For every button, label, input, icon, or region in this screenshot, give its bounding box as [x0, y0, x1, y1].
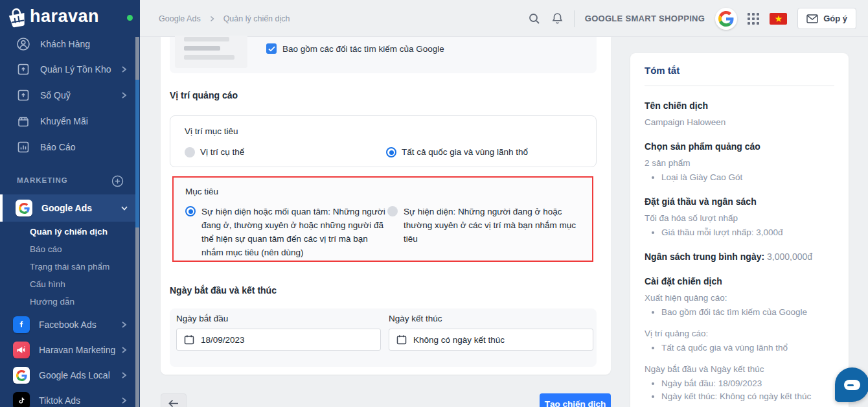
- logo-wordmark: haravan: [30, 6, 99, 27]
- arrow-left-icon: [168, 399, 179, 407]
- start-date-label: Ngày bắt đầu: [176, 314, 381, 323]
- calendar-icon: [184, 334, 194, 345]
- customer-icon: [16, 36, 31, 52]
- end-date-value: Không có ngày kết thúc: [413, 335, 505, 345]
- vietnam-flag-icon[interactable]: [770, 13, 787, 25]
- sidebar-item-so-quy[interactable]: Số Quỹ: [0, 82, 136, 108]
- date-section-title: Ngày bắt đầu và kết thúc: [170, 285, 277, 296]
- appearance-bullet: Bao gồm đối tác tìm kiếm của Google: [661, 307, 834, 317]
- sidebar-item-bao-cao[interactable]: Báo Cáo: [0, 134, 136, 160]
- breadcrumb-google-ads[interactable]: Google Ads: [159, 14, 201, 23]
- summary-location-bullet: Tất cả quốc gia và vùng lãnh thổ: [661, 343, 834, 353]
- chat-icon: [844, 380, 860, 390]
- notification-bell-icon[interactable]: [551, 12, 564, 25]
- daily-budget-label: Ngân sách trung bình ngày:: [645, 251, 764, 262]
- start-date-input[interactable]: 18/09/2023: [176, 329, 381, 351]
- bidding-value: Tối đa hóa số lượt nhấp: [645, 213, 834, 223]
- report-icon: [16, 139, 31, 155]
- topbar-actions: GOOGLE SMART SHOPPING Góp ý: [528, 0, 856, 37]
- end-date-input[interactable]: Không có ngày kết thúc: [389, 329, 593, 351]
- chevron-right-icon: [120, 65, 127, 73]
- presence-only-radio[interactable]: [387, 206, 398, 216]
- summary-start-date-bullet: Ngày bắt đầu: 18/09/2023: [661, 378, 834, 388]
- products-bullet: Loại là Giày Cao Gót: [661, 172, 834, 182]
- sidebar-item-google-ads[interactable]: Google Ads: [0, 194, 136, 222]
- back-button[interactable]: [161, 393, 187, 407]
- sidebar-item-facebook-ads[interactable]: Facebook Ads: [0, 312, 136, 338]
- search-icon[interactable]: [528, 12, 541, 25]
- sidebar-item-tiktok-ads[interactable]: Tiktok Ads: [0, 388, 136, 407]
- presence-only-label: Sự hiện diện: Những người đang ở hoặc th…: [404, 205, 584, 246]
- summary-title: Tóm tắt: [645, 65, 834, 76]
- include-google-partners-label: Bao gồm các đối tác tìm kiếm của Google: [282, 44, 444, 54]
- promotion-icon: [16, 113, 31, 129]
- apps-grid-icon[interactable]: [748, 13, 759, 25]
- envelope-icon: [806, 14, 818, 23]
- sidebar-sub-bao-cao[interactable]: Báo cáo: [30, 241, 62, 258]
- sidebar-sub-huong-dan[interactable]: Hướng dẫn: [30, 294, 74, 310]
- cashbox-icon: [16, 87, 31, 103]
- add-channel-icon[interactable]: [111, 175, 124, 187]
- google-ads-icon: [16, 200, 32, 216]
- goal-card-highlighted: Mục tiêu Sự hiện diện hoặc mối quan tâm:…: [172, 176, 593, 262]
- brand-label: GOOGLE SMART SHOPPING: [585, 14, 705, 23]
- appearance-label: Xuất hiện quảng cáo:: [645, 293, 834, 303]
- summary-end-date-bullet: Ngày kết thúc: Không có ngày kết thúc: [661, 391, 834, 401]
- chevron-right-icon: [120, 321, 127, 329]
- campaign-name-label: Tên chiến dịch: [645, 100, 834, 111]
- breadcrumb: Google Ads Quản lý chiến dịch: [159, 14, 290, 23]
- sidebar-scrollbar-thumb[interactable]: [135, 80, 139, 227]
- chat-widget-button[interactable]: [835, 367, 868, 402]
- summary-panel: Tóm tắt Tên chiến dịch Campaign Haloween…: [630, 53, 849, 407]
- chevron-right-icon: [120, 371, 127, 379]
- all-countries-label: Tất cả quốc gia và vùng lãnh thổ: [402, 147, 528, 157]
- marketing-section-header: MARKETING: [17, 176, 68, 184]
- bidding-label: Đặt giá thầu và ngân sách: [645, 196, 834, 207]
- specific-location-radio[interactable]: [185, 147, 195, 157]
- campaign-name-value: Campaign Haloween: [645, 117, 834, 127]
- summary-divider: [645, 86, 834, 86]
- sidebar-item-quan-ly-ton-kho[interactable]: Quản Lý Tồn Kho: [0, 56, 136, 82]
- online-status-dot: [127, 15, 133, 21]
- chevron-right-icon: [120, 346, 127, 354]
- chevron-right-icon: [120, 91, 127, 99]
- all-countries-radio[interactable]: [386, 147, 396, 157]
- sidebar-item-khach-hang[interactable]: Khách Hàng: [0, 31, 136, 57]
- google-account-icon[interactable]: [715, 8, 737, 30]
- goal-label: Mục tiêu: [185, 187, 218, 196]
- sidebar-item-haravan-marketing[interactable]: Haravan Marketing: [0, 337, 136, 363]
- products-value: 2 sản phẩm: [645, 158, 834, 168]
- feedback-button[interactable]: Góp ý: [797, 8, 856, 29]
- calendar-icon: [396, 334, 407, 345]
- haravan-bag-icon: [5, 5, 30, 31]
- sidebar-sub-quan-ly-chien-dich[interactable]: Quản lý chiến dịch: [30, 224, 108, 240]
- chevron-down-icon: [120, 205, 128, 211]
- bidding-bullet: Giá thầu mỗi lượt nhấp: 3,000đ: [661, 227, 834, 237]
- ad-location-section-title: Vị trí quảng cáo: [170, 90, 238, 100]
- sidebar-item-google-ads-local[interactable]: Google Ads Local: [0, 362, 136, 388]
- search-partner-card: Bao gồm các đối tác tìm kiếm của Google: [170, 37, 597, 73]
- sidebar-item-khuyen-mai[interactable]: Khuyến Mãi: [0, 108, 136, 134]
- sidebar-sub-trang-thai-san-pham[interactable]: Trạng thái sản phẩm: [30, 259, 109, 275]
- include-google-partners-checkbox[interactable]: [266, 43, 277, 54]
- target-location-card: Vị trí mục tiêu Vị trí cụ thể Tất cả quố…: [170, 115, 597, 167]
- summary-dates-label: Ngày bắt đầu và Ngày kết thúc: [645, 364, 834, 374]
- tiktok-icon: [13, 392, 30, 407]
- specific-location-label: Vị trí cụ thể: [200, 147, 244, 157]
- chevron-right-icon: [120, 397, 127, 404]
- daily-budget-row: Ngân sách trung bình ngày: 3,000,000đ: [645, 251, 834, 262]
- inventory-icon: [16, 62, 31, 77]
- campaign-form-panel: Bao gồm các đối tác tìm kiếm của Google …: [161, 37, 611, 375]
- daily-budget-value: 3,000,000đ: [764, 251, 812, 262]
- create-campaign-button[interactable]: Tạo chiến dịch: [540, 393, 611, 407]
- presence-interest-label: Sự hiện diện hoặc mối quan tâm: Những ng…: [201, 205, 387, 259]
- facebook-icon: [13, 316, 30, 333]
- presence-interest-radio[interactable]: [185, 206, 196, 216]
- target-location-label: Vị trí mục tiêu: [185, 126, 238, 136]
- sidebar: haravan Khách Hàng Quản Lý Tồn Kho Số Qu…: [0, 0, 140, 407]
- products-label: Chọn sản phẩm quảng cáo: [645, 141, 834, 152]
- google-local-icon: [13, 367, 30, 384]
- sidebar-sub-cau-hinh[interactable]: Cấu hình: [30, 276, 65, 293]
- campaign-settings-label: Cài đặt chiến dịch: [645, 276, 834, 286]
- app-window: haravan Khách Hàng Quản Lý Tồn Kho Số Qu…: [0, 0, 868, 407]
